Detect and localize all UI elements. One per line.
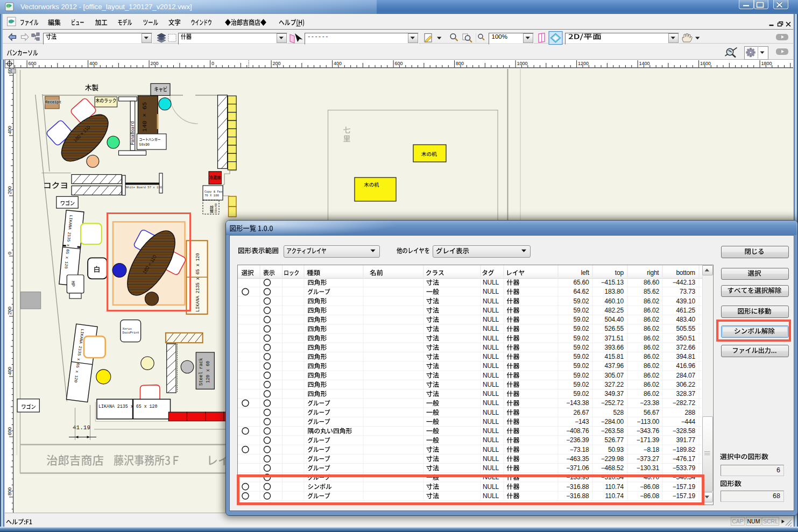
svg-text:1200: 1200 [578, 61, 589, 66]
svg-text:1600: 1600 [700, 61, 711, 66]
svg-text:1400: 1400 [639, 61, 650, 66]
svg-text:600: 600 [29, 61, 37, 66]
svg-text:400: 400 [89, 61, 97, 66]
svg-text:800: 800 [7, 487, 12, 495]
svg-text:0: 0 [211, 61, 214, 66]
svg-text:400: 400 [334, 61, 342, 66]
svg-text:600: 600 [7, 427, 12, 435]
svg-text:200: 200 [7, 307, 12, 315]
svg-text:200: 200 [151, 61, 159, 66]
svg-text:800: 800 [456, 61, 464, 66]
svg-text:0: 0 [7, 252, 12, 254]
svg-text:600: 600 [7, 66, 12, 74]
svg-text:400: 400 [7, 367, 12, 375]
svg-text:400: 400 [7, 126, 12, 134]
svg-text:200: 200 [273, 61, 281, 66]
svg-text:200: 200 [7, 186, 12, 194]
svg-text:1000: 1000 [517, 61, 528, 66]
svg-text:600: 600 [395, 61, 403, 66]
svg-text:1800: 1800 [761, 61, 772, 66]
